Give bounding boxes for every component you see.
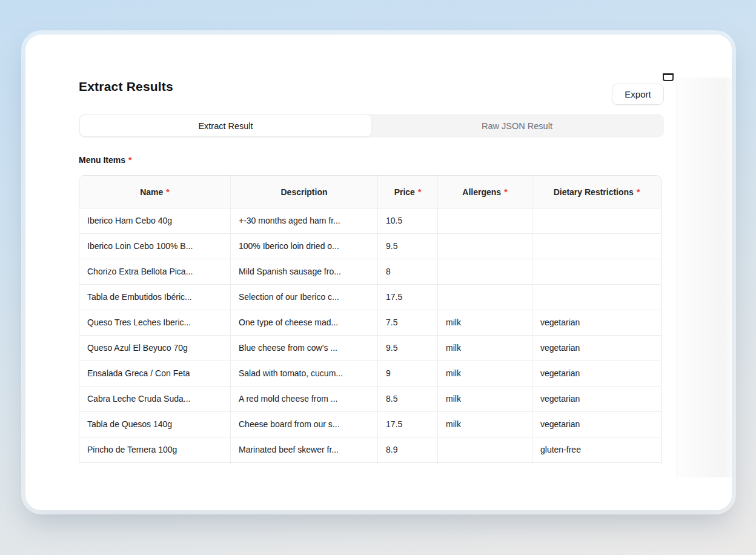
table-cell: 8 (378, 259, 438, 285)
table-cell: Cabra Leche Cruda Suda... (79, 387, 231, 412)
table-cell: +-30 months aged ham fr... (231, 208, 378, 234)
table-cell: vegetarian (532, 336, 661, 361)
table-cell-clipped (79, 463, 231, 464)
column-header: Price* (378, 176, 438, 208)
column-header-label: Dietary Restrictions (554, 187, 634, 197)
column-header: Allergens* (438, 176, 532, 208)
table-cell: Selection of our Iberico c... (231, 285, 378, 310)
menu-items-grid: Name*DescriptionPrice*Allergens*Dietary … (79, 176, 661, 464)
table-cell: 9.5 (378, 234, 438, 259)
table-cell: milk (438, 387, 532, 412)
table-cell: Iberico Ham Cebo 40g (79, 208, 231, 234)
table-cell: milk (438, 310, 532, 336)
table-cell: Queso Azul El Beyuco 70g (79, 336, 231, 361)
page-background: Extract Results Export Extract Result Ra… (0, 0, 756, 555)
table-cell: vegetarian (532, 412, 661, 437)
table-cell: Marinated beef skewer fr... (231, 437, 378, 463)
tab-raw-json-result[interactable]: Raw JSON Result (371, 115, 663, 136)
table-cell: Chorizo Extra Bellota Pica... (79, 259, 231, 285)
column-header: Name* (79, 176, 231, 208)
app-window-card: Extract Results Export Extract Result Ra… (25, 35, 732, 510)
table-cell (532, 285, 661, 310)
table-cell: Pincho de Ternera 100g (79, 437, 231, 463)
table-cell: Mild Spanish sausage fro... (231, 259, 378, 285)
section-label-text: Menu Items (79, 155, 125, 165)
table-cell-clipped (438, 463, 532, 464)
table-cell: Cheese board from our s... (231, 412, 378, 437)
table-cell (532, 234, 661, 259)
table-cell: vegetarian (532, 361, 661, 387)
required-asterisk: * (504, 187, 507, 197)
table-cell: 7.5 (378, 310, 438, 336)
table-cell: 100% Iberico loin dried o... (231, 234, 378, 259)
table-cell: Blue cheese from cow's ... (231, 336, 378, 361)
scrollbar-gutter[interactable] (677, 78, 732, 477)
table-cell (438, 259, 532, 285)
table-cell: One type of cheese mad... (231, 310, 378, 336)
table-cell: 17.5 (378, 412, 438, 437)
table-cell: vegetarian (532, 387, 661, 412)
table-cell-clipped (231, 463, 378, 464)
table-cell (438, 234, 532, 259)
table-cell: Tabla de Quesos 140g (79, 412, 231, 437)
table-cell: vegetarian (532, 310, 661, 336)
table-cell: A red mold cheese from ... (231, 387, 378, 412)
table-cell: Queso Tres Leches Iberic... (79, 310, 231, 336)
table-cell (438, 285, 532, 310)
column-header: Dietary Restrictions* (532, 176, 661, 208)
column-header: Description (231, 176, 378, 208)
table-cell: milk (438, 361, 532, 387)
table-cell (532, 259, 661, 285)
required-asterisk: * (166, 187, 169, 197)
clipped-toolbar-icon-wrap[interactable] (663, 73, 675, 81)
tab-extract-result[interactable]: Extract Result (80, 115, 371, 136)
required-asterisk: * (637, 187, 640, 197)
table-cell-clipped (378, 463, 438, 464)
table-cell: milk (438, 412, 532, 437)
table-cell-clipped (532, 463, 661, 464)
result-tabs: Extract Result Raw JSON Result (79, 114, 664, 138)
table-cell: gluten-free (532, 437, 661, 463)
export-button[interactable]: Export (612, 84, 664, 105)
section-label-menu-items: Menu Items* (79, 155, 131, 165)
table-cell: Salad with tomato, cucum... (231, 361, 378, 387)
table-cell (438, 208, 532, 234)
table-cell: 9 (378, 361, 438, 387)
partially-visible-icon (663, 73, 674, 81)
table-cell: 17.5 (378, 285, 438, 310)
table-cell: Tabla de Embutidos Ibéric... (79, 285, 231, 310)
table-cell (438, 437, 532, 463)
column-header-label: Description (280, 187, 327, 197)
table-cell: Iberico Loin Cebo 100% B... (79, 234, 231, 259)
table-cell: 10.5 (378, 208, 438, 234)
column-header-label: Name (140, 187, 163, 197)
table-cell: 9.5 (378, 336, 438, 361)
column-header-label: Price (394, 187, 415, 197)
required-asterisk: * (418, 187, 421, 197)
table-cell: Ensalada Greca / Con Feta (79, 361, 231, 387)
table-cell: milk (438, 336, 532, 361)
page-title: Extract Results (79, 79, 173, 94)
required-asterisk: * (128, 155, 131, 165)
column-header-label: Allergens (462, 187, 501, 197)
table-cell (532, 208, 661, 234)
menu-items-table[interactable]: Name*DescriptionPrice*Allergens*Dietary … (79, 175, 662, 464)
table-cell: 8.5 (378, 387, 438, 412)
table-cell: 8.9 (378, 437, 438, 463)
